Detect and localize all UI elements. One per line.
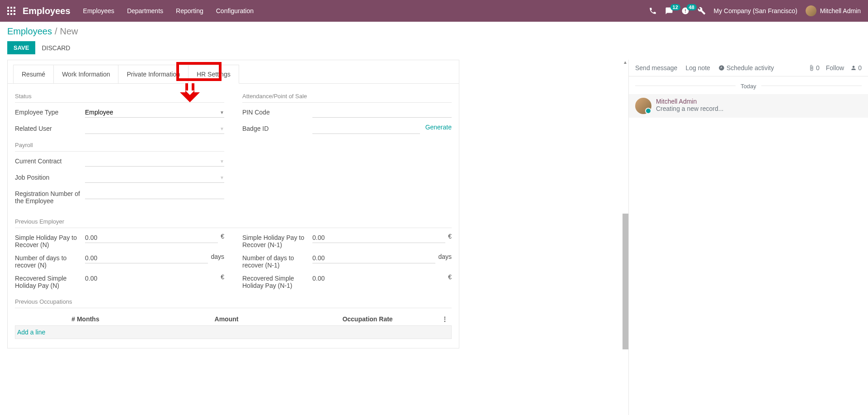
follow-button[interactable]: Follow bbox=[826, 64, 844, 72]
user-avatar-icon bbox=[806, 5, 816, 16]
label-related-user: Related User bbox=[15, 124, 85, 132]
user-name: Mitchell Admin bbox=[820, 7, 861, 14]
save-button[interactable]: SAVE bbox=[7, 41, 35, 54]
input-holiday-n[interactable] bbox=[85, 233, 218, 243]
suffix-holiday-n1: € bbox=[448, 233, 452, 240]
label-pin-code: PIN Code bbox=[242, 107, 312, 116]
menu-departments[interactable]: Departments bbox=[127, 7, 163, 14]
activities-badge: 48 bbox=[687, 4, 697, 10]
paperclip-icon bbox=[808, 65, 815, 71]
add-line-button[interactable]: Add a line bbox=[15, 325, 452, 339]
input-current-contract[interactable]: ▼ bbox=[85, 156, 224, 167]
tab-work-info[interactable]: Work Information bbox=[53, 65, 118, 83]
message-author[interactable]: Mitchell Admin bbox=[656, 98, 862, 105]
label-days-n1: Number of days to recover (N-1) bbox=[242, 253, 312, 269]
breadcrumb: Employees / New bbox=[0, 22, 868, 39]
activities-icon[interactable]: 48 bbox=[681, 7, 689, 15]
menu-configuration[interactable]: Configuration bbox=[216, 7, 254, 14]
messages-badge: 12 bbox=[670, 4, 680, 10]
section-status: Status bbox=[15, 93, 224, 103]
caret-down-icon[interactable]: ▼ bbox=[220, 175, 224, 180]
tab-resume[interactable]: Resumé bbox=[13, 65, 54, 83]
chatter-date-divider: Today bbox=[629, 76, 868, 94]
scroll-up-icon[interactable]: ▲ bbox=[623, 60, 627, 65]
label-recovered-n1: Recovered Simple Holiday Pay (N-1) bbox=[242, 273, 312, 289]
field-current-contract: Current Contract ▼ bbox=[15, 156, 224, 168]
label-current-contract: Current Contract bbox=[15, 156, 85, 165]
field-days-n1: Number of days to recover (N-1) days bbox=[242, 253, 452, 269]
right-col: Attendance/Point of Sale PIN Code Badge … bbox=[242, 93, 452, 209]
section-attendance: Attendance/Point of Sale bbox=[242, 93, 452, 103]
discard-button[interactable]: DISCARD bbox=[42, 44, 70, 52]
main-layout: ▲ Resumé Work Information Private Inform… bbox=[0, 60, 868, 415]
apps-icon[interactable] bbox=[7, 7, 15, 15]
field-job-position: Job Position ▼ bbox=[15, 172, 224, 184]
user-icon bbox=[850, 65, 857, 71]
label-job-position: Job Position bbox=[15, 172, 85, 181]
input-badge-id[interactable] bbox=[312, 124, 420, 134]
top-navbar: Employees Employees Departments Reportin… bbox=[0, 0, 868, 22]
suffix-days-n: days bbox=[211, 253, 224, 260]
section-payroll: Payroll bbox=[15, 142, 224, 152]
form-body: Status Employee Type ▼ Related User ▼ bbox=[8, 84, 459, 218]
input-reg-number[interactable] bbox=[85, 189, 224, 199]
section-prev-occupations: Previous Occupations bbox=[15, 298, 452, 308]
debug-icon[interactable] bbox=[698, 7, 706, 15]
input-related-user[interactable]: ▼ bbox=[85, 124, 224, 134]
input-days-n[interactable] bbox=[85, 253, 208, 263]
menu-reporting[interactable]: Reporting bbox=[176, 7, 203, 14]
breadcrumb-current: New bbox=[60, 26, 78, 37]
messages-icon[interactable]: 12 bbox=[665, 7, 673, 15]
chatter: Send message Log note Schedule activity … bbox=[628, 60, 868, 415]
scrollbar-thumb[interactable] bbox=[623, 214, 628, 349]
followers-button[interactable]: 0 bbox=[850, 64, 862, 72]
suffix-recovered-n: € bbox=[221, 273, 224, 281]
th-rate: Occupation Rate bbox=[297, 315, 438, 323]
send-message-button[interactable]: Send message bbox=[635, 64, 677, 72]
log-note-button[interactable]: Log note bbox=[685, 64, 710, 72]
navbar-menu: Employees Departments Reporting Configur… bbox=[83, 7, 254, 14]
suffix-holiday-n: € bbox=[221, 233, 224, 240]
th-months: # Months bbox=[15, 315, 156, 323]
navbar-brand[interactable]: Employees bbox=[23, 6, 71, 16]
label-recovered-n: Recovered Simple Holiday Pay (N) bbox=[15, 273, 85, 289]
input-pin-code[interactable] bbox=[312, 107, 452, 118]
input-days-n1[interactable] bbox=[312, 253, 435, 263]
caret-down-icon[interactable]: ▼ bbox=[220, 126, 224, 131]
label-reg-number: Registration Number of the Employee bbox=[15, 189, 85, 205]
field-days-n: Number of days to recover (N) days bbox=[15, 253, 224, 269]
company-switcher[interactable]: My Company (San Francisco) bbox=[714, 7, 797, 14]
input-holiday-n1[interactable] bbox=[312, 233, 445, 243]
tab-private-info[interactable]: Private Information bbox=[118, 65, 189, 83]
prev-employer-row: Simple Holiday Pay to Recover (N) € Numb… bbox=[8, 233, 459, 294]
control-row: SAVE DISCARD bbox=[0, 39, 868, 60]
kebab-icon[interactable]: ⋮ bbox=[438, 315, 452, 323]
field-pin-code: PIN Code bbox=[242, 107, 452, 119]
input-employee-type[interactable]: ▼ bbox=[85, 107, 224, 118]
schedule-activity-button[interactable]: Schedule activity bbox=[718, 64, 774, 72]
attachments-button[interactable]: 0 bbox=[808, 64, 820, 72]
label-holiday-n1: Simple Holiday Pay to Recover (N-1) bbox=[242, 233, 312, 248]
caret-down-icon[interactable]: ▼ bbox=[220, 159, 224, 164]
label-holiday-n: Simple Holiday Pay to Recover (N) bbox=[15, 233, 85, 248]
value-recovered-n1: 0.00 bbox=[312, 273, 445, 283]
generate-button[interactable]: Generate bbox=[425, 124, 452, 131]
value-recovered-n: 0.00 bbox=[85, 273, 218, 283]
menu-employees[interactable]: Employees bbox=[83, 7, 114, 14]
field-employee-type: Employee Type ▼ bbox=[15, 107, 224, 119]
message-avatar-icon bbox=[635, 98, 651, 114]
chatter-toolbar: Send message Log note Schedule activity … bbox=[629, 60, 868, 76]
suffix-days-n1: days bbox=[438, 253, 452, 260]
input-job-position[interactable]: ▼ bbox=[85, 172, 224, 183]
field-recovered-n1: Recovered Simple Holiday Pay (N-1) 0.00 … bbox=[242, 273, 452, 289]
clock-icon bbox=[718, 65, 725, 71]
field-reg-number: Registration Number of the Employee bbox=[15, 189, 224, 205]
caret-down-icon[interactable]: ▼ bbox=[220, 110, 224, 115]
field-recovered-n: Recovered Simple Holiday Pay (N) 0.00 € bbox=[15, 273, 224, 289]
tab-hr-settings[interactable]: HR Settings bbox=[188, 65, 239, 84]
breadcrumb-root[interactable]: Employees bbox=[7, 26, 52, 37]
field-holiday-n: Simple Holiday Pay to Recover (N) € bbox=[15, 233, 224, 248]
phone-icon[interactable] bbox=[649, 7, 657, 15]
form-sheet: Resumé Work Information Private Informat… bbox=[7, 60, 459, 348]
user-menu[interactable]: Mitchell Admin bbox=[806, 5, 861, 16]
